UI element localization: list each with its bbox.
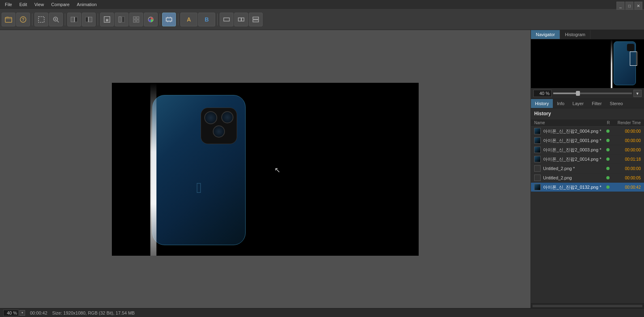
select-button[interactable] [34,13,48,26]
cursor: ↖ [274,166,280,175]
history-item[interactable]: 아이폰_신_진팝2_0004.png *00:00:00 [531,127,644,136]
menu-view[interactable]: View [31,1,47,8]
text-b-button[interactable]: B [198,13,215,26]
history-item[interactable]: Untitled_2.png00:00:05 [531,173,644,183]
history-item-r [604,185,612,190]
display-button[interactable]: ▣ [100,13,114,26]
menu-edit[interactable]: Edit [16,1,30,8]
text-a-button[interactable]: A [180,13,197,26]
svg-rect-23 [166,18,172,21]
nav-white-bar [611,39,612,88]
svg-rect-28 [253,20,259,22]
help-button[interactable]: ? [16,13,30,26]
canvas-container:  ↖ [112,83,419,256]
tab-stereo[interactable]: Stereo [606,99,627,108]
history-item-thumb [534,184,541,190]
history-panel: History Name R Render Time 아이폰_신_진팝2_000… [531,108,644,303]
svg-rect-0 [5,17,12,22]
svg-rect-24 [224,18,229,21]
tab-filter[interactable]: Filter [588,99,605,108]
expand-button[interactable] [162,13,176,26]
panel-tabs-secondary: History Info Layer Filter Stereo [531,99,644,108]
display3-button[interactable] [129,13,143,26]
history-item[interactable]: 아이폰_신_진팝2_0132.png *00:00:42 [531,183,644,192]
status-timecode: 00:00:42 [30,311,47,315]
history-item-time: 00:01:18 [612,157,641,162]
nav-viewport-box[interactable] [630,52,637,66]
panel-tabs-top: Navigator Histogram [531,30,644,39]
history-list: 아이폰_신_진팝2_0004.png *00:00:00아이폰_신_진팝2_00… [531,127,644,303]
phone-render:  [152,95,246,245]
maximize-button[interactable]: □ [625,2,633,10]
history-item-r [604,129,612,134]
history-item-time: 00:00:05 [612,176,641,180]
history-item-time: 00:00:00 [612,148,641,152]
display2-button[interactable] [115,13,128,26]
history-item-thumb [534,175,541,181]
history-item-name: 아이폰_신_진팝2_0004.png * [543,128,604,134]
history-table-header: Name R Render Time [531,119,644,127]
color-button[interactable] [144,13,158,26]
hscroll-track [533,305,642,307]
zoom-button[interactable] [49,13,63,26]
status-zoom-arrow[interactable]: ▾ [19,310,25,316]
svg-rect-25 [238,18,241,21]
open-button[interactable] [2,13,15,26]
close-button[interactable]: ✕ [634,2,642,10]
tab-layer[interactable]: Layer [569,99,588,108]
status-zoom: ▾ [3,310,25,316]
toolbar: ? ▣ A B [0,9,644,30]
tab-history[interactable]: History [531,99,553,108]
frame1-button[interactable] [220,13,233,26]
zoom-input[interactable] [533,90,552,97]
separator-2 [65,13,65,26]
history-item-r [604,147,612,152]
svg-line-5 [57,21,59,22]
history-item-name: 아이폰_신_진팝2_0003.png * [543,147,604,153]
minimize-button[interactable]: _ [616,2,625,10]
frame2-button[interactable] [234,13,248,26]
menubar: File Edit View Compare Animation [0,0,644,9]
svg-rect-21 [137,20,139,22]
separator-6 [217,13,218,26]
history-item-name: 아이폰_신_진팝2_0014.png * [543,156,604,162]
menu-file[interactable]: File [2,1,15,8]
menu-animation[interactable]: Animation [74,1,100,8]
separator-4 [160,13,160,26]
crop-left-button[interactable] [67,13,81,26]
svg-rect-16 [119,17,121,22]
tab-histogram[interactable]: Histogram [560,30,591,39]
svg-rect-17 [122,17,124,22]
history-item-r [604,157,612,162]
svg-rect-9 [75,17,77,22]
status-zoom-input[interactable] [3,310,19,316]
history-item-name: 아이폰_신_진팝2_0001.png * [543,138,604,144]
svg-text:▣: ▣ [105,18,109,22]
history-item[interactable]: 아이폰_신_진팝2_0014.png *00:01:18 [531,155,644,164]
col-render-time: Render Time [612,121,641,125]
zoom-dropdown[interactable]: ▾ [633,90,642,97]
panel-hscroll[interactable] [531,303,644,308]
history-item-r [604,175,612,180]
menu-compare[interactable]: Compare [48,1,73,8]
svg-rect-8 [71,17,75,22]
crop-right-button[interactable] [82,13,96,26]
tab-info[interactable]: Info [553,99,568,108]
history-item-thumb [534,137,541,144]
history-item[interactable]: Untitled_2.png *00:00:00 [531,164,644,173]
col-r: R [604,121,612,125]
zoom-slider[interactable] [553,93,632,94]
separator-1 [32,13,32,26]
svg-rect-27 [253,17,259,19]
svg-rect-20 [133,20,136,22]
history-item-time: 00:00:00 [612,129,641,134]
history-item[interactable]: 아이폰_신_진팝2_0001.png *00:00:00 [531,136,644,145]
history-title: History [531,108,644,119]
canvas-area[interactable]:  ↖ [0,30,531,308]
col-name: Name [534,121,604,125]
separator-5 [178,13,178,26]
frame3-button[interactable] [249,13,263,26]
tab-navigator[interactable]: Navigator [531,30,560,39]
history-item[interactable]: 아이폰_신_진팝2_0003.png *00:00:00 [531,145,644,155]
history-item-name: Untitled_2.png [543,175,604,180]
